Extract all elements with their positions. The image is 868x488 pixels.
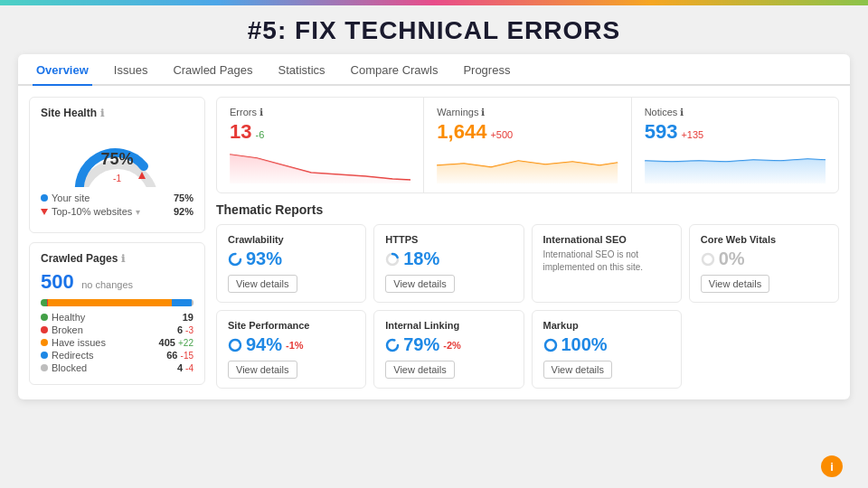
tab-overview[interactable]: Overview xyxy=(33,54,92,86)
svg-point-5 xyxy=(230,340,241,351)
report-site-performance: Site Performance 94% -1% View details xyxy=(216,310,366,389)
internal-linking-view-details[interactable]: View details xyxy=(385,361,455,379)
stat-healthy: Healthy 19 xyxy=(41,312,193,323)
site-health-info-icon[interactable]: ℹ xyxy=(100,108,104,119)
thematic-title: Thematic Reports xyxy=(216,202,839,217)
tab-crawled-pages[interactable]: Crawled Pages xyxy=(169,54,256,86)
gauge-text: 75% -1 xyxy=(100,150,133,185)
crawlability-view-details[interactable]: View details xyxy=(228,275,297,293)
errors-chart xyxy=(230,147,410,183)
progress-bar xyxy=(41,299,193,306)
svg-point-7 xyxy=(545,340,556,351)
internal-linking-icon xyxy=(385,338,400,352)
stat-redirects: Redirects 66 -15 xyxy=(41,350,193,361)
site-performance-icon xyxy=(228,338,242,352)
site-performance-view-details[interactable]: View details xyxy=(228,361,297,379)
issues-dot xyxy=(41,339,48,346)
page-title: #5: FIX TECHNICAL ERRORS xyxy=(0,5,868,54)
markup-icon xyxy=(543,338,558,352)
pb-issues xyxy=(48,299,172,306)
healthy-dot xyxy=(41,314,48,321)
report-internal-linking: Internal Linking 79% -2% View details xyxy=(373,310,524,389)
reports-grid: Crawlability 93% View details HTTPS xyxy=(216,224,839,389)
svg-point-1 xyxy=(230,254,241,265)
report-core-web-vitals: Core Web Vitals 0% View details xyxy=(689,224,839,303)
notices-chart xyxy=(645,147,826,183)
gauge-container: 75% -1 Your site 75% xyxy=(41,125,193,223)
crawled-count-row: 500 no changes xyxy=(41,270,193,294)
pb-blocked xyxy=(192,299,193,306)
report-international-seo: International SEO International SEO is n… xyxy=(532,224,682,303)
your-site-dot xyxy=(41,194,48,202)
crawled-pages-card: Crawled Pages ℹ 500 no changes xyxy=(29,242,205,385)
pb-healthy xyxy=(41,299,47,306)
tab-issues[interactable]: Issues xyxy=(110,54,152,86)
stat-broken: Broken 6 -3 xyxy=(41,324,193,335)
crawlability-icon xyxy=(228,252,242,267)
https-view-details[interactable]: View details xyxy=(385,275,455,293)
metric-errors: Errors ℹ 13 -6 xyxy=(217,98,424,192)
site-health-card: Site Health ℹ 75% xyxy=(29,97,205,233)
bottom-info-button[interactable]: i xyxy=(821,455,843,477)
report-markup: Markup 100% View details xyxy=(532,310,682,389)
https-icon xyxy=(385,252,400,267)
blocked-dot xyxy=(41,364,48,371)
tab-progress[interactable]: Progress xyxy=(459,54,514,86)
left-panel: Site Health ℹ 75% xyxy=(29,97,205,389)
core-web-vitals-view-details[interactable]: View details xyxy=(701,275,770,293)
gauge-wrapper: 75% -1 xyxy=(68,128,167,187)
top-sites-triangle xyxy=(41,209,48,215)
content-area: Site Health ℹ 75% xyxy=(18,86,850,399)
gauge-percent: 75% xyxy=(100,150,133,169)
tab-statistics[interactable]: Statistics xyxy=(275,54,329,86)
legend-top-sites: Top-10% websites ▾ 92% xyxy=(41,206,193,217)
main-card: Overview Issues Crawled Pages Statistics… xyxy=(18,54,850,399)
thematic-reports-section: Thematic Reports Crawlability 93% View d… xyxy=(216,202,839,389)
warnings-chart xyxy=(437,147,618,183)
tab-compare-crawls[interactable]: Compare Crawls xyxy=(347,54,442,86)
metric-notices: Notices ℹ 593 +135 xyxy=(632,98,838,192)
site-health-title: Site Health ℹ xyxy=(41,107,193,119)
stat-have-issues: Have issues 405 +22 xyxy=(41,337,193,348)
markup-view-details[interactable]: View details xyxy=(543,361,613,379)
stat-blocked: Blocked 4 -4 xyxy=(41,362,193,373)
pb-redirects xyxy=(172,299,192,306)
page-stats: Healthy 19 Broken 6 -3 xyxy=(41,312,193,373)
metrics-row: Errors ℹ 13 -6 xyxy=(216,97,839,193)
metric-warnings: Warnings ℹ 1,644 +500 xyxy=(424,98,631,192)
right-panel: Errors ℹ 13 -6 xyxy=(216,97,839,389)
redirects-dot xyxy=(41,352,48,359)
crawled-pages-info-icon[interactable]: ℹ xyxy=(121,253,125,265)
crawled-pages-title: Crawled Pages ℹ xyxy=(41,252,193,265)
crawled-label: no changes xyxy=(81,279,133,290)
svg-point-4 xyxy=(703,254,713,265)
broken-dot xyxy=(41,326,48,333)
nav-tabs: Overview Issues Crawled Pages Statistics… xyxy=(18,54,850,86)
legend-items: Your site 75% Top-10% websites ▾ 92% xyxy=(41,192,193,220)
report-https: HTTPS 18% View details xyxy=(373,224,524,303)
legend-your-site: Your site 75% xyxy=(41,192,193,203)
core-web-vitals-icon xyxy=(701,252,715,267)
svg-point-6 xyxy=(387,340,398,351)
crawled-count: 500 xyxy=(41,270,74,293)
report-crawlability: Crawlability 93% View details xyxy=(216,224,366,303)
gauge-change: -1 xyxy=(113,174,121,183)
